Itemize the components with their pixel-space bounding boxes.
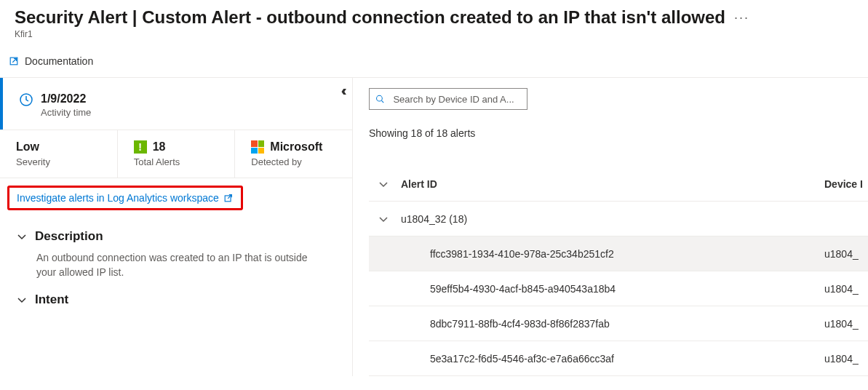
detected-by-value: Microsoft [270,140,322,154]
device-cell: u1804_ [824,318,868,330]
device-cell: u1804_ [824,283,868,295]
chevron-down-icon [16,294,28,306]
documentation-link[interactable]: Documentation [9,55,93,67]
device-cell: u1804_ [824,353,868,365]
intent-toggle[interactable]: Intent [16,292,336,307]
total-alerts-label: Total Alerts [134,156,219,167]
showing-count: Showing 18 of 18 alerts [369,127,868,139]
alert-id-cell: ffcc3981-1934-410e-978a-25c34b251cf2 [398,248,824,260]
table-row[interactable]: 59eff5b4-4930-4acf-b845-a940543a18b4u180… [369,271,868,306]
severity-value: Low [16,140,101,154]
detected-by-metric: Microsoft Detected by [235,130,352,178]
chevron-down-icon[interactable] [378,178,389,190]
table-row[interactable]: ffcc3981-1934-410e-978a-25c34b251cf2u180… [369,236,868,271]
search-box[interactable] [369,88,527,110]
device-cell: u1804_ [824,248,868,260]
collapse-pane-button[interactable]: ‹‹ [342,82,348,99]
documentation-label: Documentation [25,55,93,67]
activity-time-value: 1/9/2022 [41,92,91,106]
description-header: Description [35,229,103,244]
alert-id-cell: 5e3a17c2-f6d5-4546-af3c-e7a6a66cc3af [398,353,824,365]
table-row[interactable]: 8dbc7911-88fb-4cf4-983d-8f86f2837fabu180… [369,306,868,341]
chevron-down-icon[interactable] [378,213,389,225]
alert-badge-icon: ! [134,140,147,154]
table-group-row[interactable]: u1804_32 (18) [369,202,868,236]
activity-time-label: Activity time [41,107,91,118]
group-label: u1804_32 (18) [398,213,824,225]
severity-metric: Low Severity [0,130,118,178]
external-link-icon [223,193,234,203]
investigate-highlight: Investigate alerts in Log Analytics work… [7,186,243,210]
alert-id-cell: 8dbc7911-88fb-4cf4-983d-8f86f2837fab [398,318,824,330]
column-alert-id[interactable]: Alert ID [398,178,824,190]
detected-by-label: Detected by [251,156,336,167]
description-toggle[interactable]: Description [16,229,336,244]
total-alerts-metric: ! 18 Total Alerts [118,130,236,178]
column-device[interactable]: Device I [824,178,868,190]
description-body: An outbound connection was created to an… [16,251,336,279]
table-row[interactable]: 5e3a17c2-f6d5-4546-af3c-e7a6a66cc3afu180… [369,341,868,376]
clock-icon [19,92,33,107]
page-title: Security Alert | Custom Alert - outbound… [15,7,725,28]
investigate-link[interactable]: Investigate alerts in Log Analytics work… [17,192,219,204]
search-input[interactable] [391,93,521,106]
svg-point-3 [377,95,383,101]
external-link-icon [9,56,19,66]
table-header: Alert ID Device I [369,167,868,202]
intent-header: Intent [35,292,68,307]
severity-label: Severity [16,156,101,167]
more-actions-button[interactable]: ··· [734,10,749,25]
search-icon [375,94,384,104]
total-alerts-value: 18 [153,140,166,154]
microsoft-logo-icon [251,140,264,154]
chevron-down-icon [16,231,28,242]
alert-id-cell: 59eff5b4-4930-4acf-b845-a940543a18b4 [398,283,824,295]
breadcrumb: Kfir1 [15,29,853,39]
